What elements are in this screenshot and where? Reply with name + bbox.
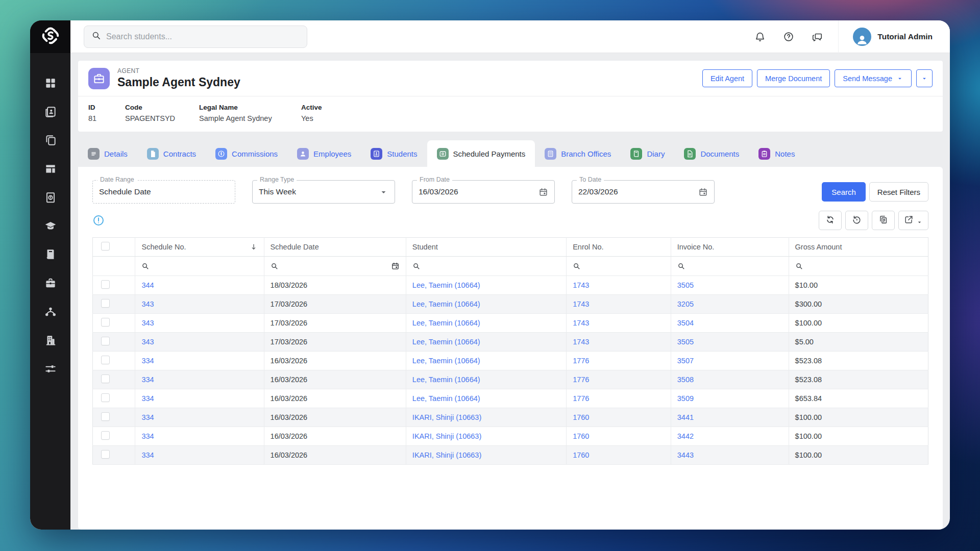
student-link[interactable]: Lee, Taemin (10664) (412, 319, 480, 327)
send-message-button[interactable]: Send Message (835, 69, 912, 87)
row-checkbox[interactable] (101, 374, 110, 383)
tab-details[interactable]: Details (78, 140, 137, 167)
info-icon[interactable] (92, 214, 105, 227)
row-checkbox[interactable] (101, 393, 110, 402)
tab-diary[interactable]: Diary (621, 140, 674, 167)
student-search[interactable] (84, 26, 307, 48)
student-link[interactable]: Lee, Taemin (10664) (412, 375, 480, 384)
schedule-no-link[interactable]: 343 (141, 338, 154, 346)
student-link[interactable]: Lee, Taemin (10664) (412, 357, 480, 365)
invoice-no-link[interactable]: 3509 (677, 394, 694, 403)
more-actions-button[interactable] (916, 69, 933, 87)
enrol-no-link[interactable]: 1776 (573, 375, 589, 384)
invoice-no-link[interactable]: 3505 (677, 281, 694, 289)
filter-student[interactable] (406, 257, 566, 276)
schedule-no-link[interactable]: 334 (141, 357, 154, 365)
from-date-field[interactable]: From Date 16/03/2026 (412, 180, 555, 204)
invoice-no-link[interactable]: 3507 (677, 357, 694, 365)
tab-branch-offices[interactable]: Branch Offices (535, 140, 621, 167)
date-range-field[interactable]: Date Range Schedule Date (92, 180, 235, 204)
messages-chat-icon[interactable] (812, 31, 823, 42)
col-header-enrol-no[interactable]: Enrol No. (567, 238, 671, 257)
invoice-no-link[interactable]: 3441 (677, 413, 694, 421)
tab-scheduled-payments[interactable]: Scheduled Payments (427, 140, 535, 167)
sidebar-item-briefcase[interactable] (44, 277, 57, 290)
app-logo[interactable] (30, 20, 70, 53)
invoice-no-link[interactable]: 3505 (677, 338, 694, 346)
schedule-no-link[interactable]: 334 (141, 451, 154, 459)
sidebar-item-building[interactable] (44, 334, 57, 347)
enrol-no-link[interactable]: 1743 (573, 281, 589, 289)
search-button[interactable]: Search (822, 182, 866, 202)
student-link[interactable]: Lee, Taemin (10664) (412, 300, 480, 308)
student-link[interactable]: Lee, Taemin (10664) (412, 338, 480, 346)
col-header-gross-amount[interactable]: Gross Amount (789, 238, 928, 257)
merge-document-button[interactable]: Merge Document (757, 69, 830, 87)
enrol-no-link[interactable]: 1776 (573, 357, 589, 365)
sidebar-item-graduation-cap[interactable] (44, 219, 57, 233)
sidebar-item-invoice[interactable] (44, 191, 57, 204)
to-date-field[interactable]: To Date 22/03/2026 (572, 180, 715, 204)
help-icon[interactable] (783, 31, 794, 42)
export-button[interactable] (898, 211, 928, 230)
filter-schedule-no[interactable] (135, 257, 264, 276)
row-checkbox[interactable] (101, 450, 110, 459)
notifications-bell-icon[interactable] (754, 31, 766, 42)
tab-contracts[interactable]: Contracts (137, 140, 206, 167)
enrol-no-link[interactable]: 1743 (573, 319, 589, 327)
row-checkbox[interactable] (101, 412, 110, 421)
schedule-no-link[interactable]: 334 (141, 394, 154, 403)
sidebar-item-pages[interactable] (44, 134, 57, 147)
restore-button[interactable] (845, 211, 868, 230)
schedule-no-link[interactable]: 344 (141, 281, 154, 289)
filter-enrol-no[interactable] (567, 257, 671, 276)
sidebar-item-id-card[interactable] (44, 105, 57, 118)
refresh-button[interactable] (819, 211, 842, 230)
col-header-student[interactable]: Student (406, 238, 566, 257)
sidebar-item-layout[interactable] (44, 162, 57, 176)
user-menu[interactable]: Tutorial Admin (838, 20, 950, 53)
calendar-icon[interactable] (538, 187, 548, 197)
enrol-no-link[interactable]: 1776 (573, 394, 589, 403)
schedule-no-link[interactable]: 334 (141, 432, 154, 440)
tab-documents[interactable]: Documents (674, 140, 749, 167)
sidebar-item-network[interactable] (44, 305, 57, 318)
sidebar-item-sliders[interactable] (44, 362, 57, 375)
invoice-no-link[interactable]: 3442 (677, 432, 694, 440)
invoice-no-link[interactable]: 3504 (677, 319, 694, 327)
row-checkbox[interactable] (101, 318, 110, 327)
schedule-no-link[interactable]: 334 (141, 413, 154, 421)
enrol-no-link[interactable]: 1760 (573, 432, 589, 440)
calendar-icon[interactable] (391, 262, 400, 270)
student-link[interactable]: IKARI, Shinji (10663) (412, 451, 481, 459)
student-link[interactable]: Lee, Taemin (10664) (412, 394, 480, 403)
invoice-no-link[interactable]: 3508 (677, 375, 694, 384)
row-checkbox[interactable] (101, 356, 110, 364)
reset-filters-button[interactable]: Reset Filters (869, 182, 928, 202)
sort-descending-icon[interactable] (250, 243, 258, 251)
range-type-select[interactable]: Range Type This Week (252, 180, 395, 204)
search-input[interactable] (106, 32, 300, 41)
student-link[interactable]: IKARI, Shinji (10663) (412, 432, 481, 440)
sidebar-item-grid[interactable] (44, 77, 57, 90)
row-checkbox[interactable] (101, 431, 110, 440)
col-header-invoice-no[interactable]: Invoice No. (671, 238, 789, 257)
enrol-no-link[interactable]: 1743 (573, 300, 589, 308)
filter-schedule-date[interactable] (264, 257, 406, 276)
enrol-no-link[interactable]: 1760 (573, 413, 589, 421)
edit-agent-button[interactable]: Edit Agent (702, 69, 752, 87)
select-all-checkbox[interactable] (101, 242, 110, 251)
invoice-no-link[interactable]: 3443 (677, 451, 694, 459)
sidebar-item-book[interactable] (44, 248, 57, 261)
tab-employees[interactable]: Employees (287, 140, 361, 167)
student-link[interactable]: IKARI, Shinji (10663) (412, 413, 481, 421)
tab-commissions[interactable]: Commissions (206, 140, 287, 167)
col-header-schedule-date[interactable]: Schedule Date (264, 238, 406, 257)
filter-gross-amount[interactable] (789, 257, 928, 276)
schedule-no-link[interactable]: 334 (141, 375, 154, 384)
calendar-icon[interactable] (698, 187, 708, 197)
student-link[interactable]: Lee, Taemin (10664) (412, 281, 480, 289)
tab-students[interactable]: Students (361, 140, 427, 167)
invoice-no-link[interactable]: 3205 (677, 300, 694, 308)
enrol-no-link[interactable]: 1743 (573, 338, 589, 346)
